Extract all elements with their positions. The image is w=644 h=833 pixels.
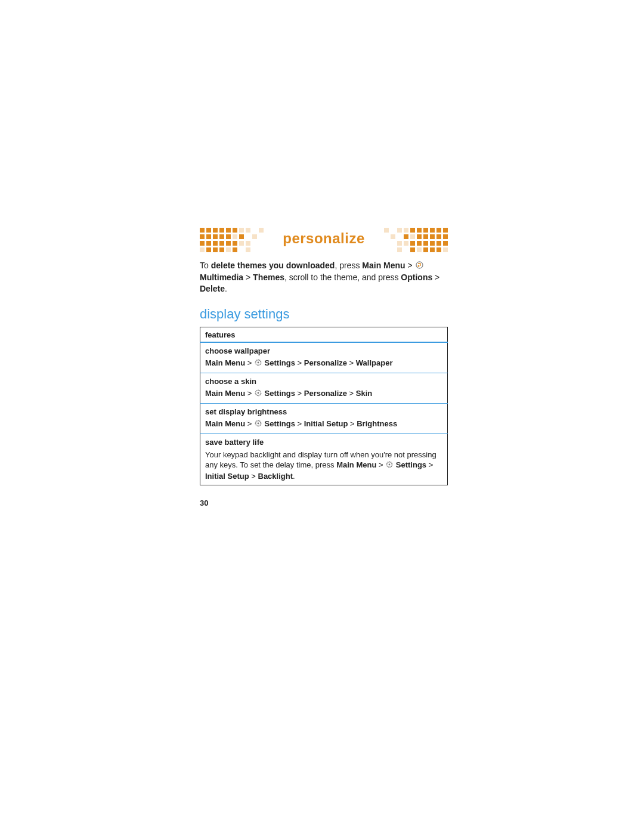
feature-body: Your keypad backlight and display turn o… [205, 450, 436, 481]
table-row: set display brightness Main Menu > Setti… [200, 403, 448, 433]
menu-label: Themes [253, 272, 284, 282]
separator: > [405, 261, 415, 270]
text: , press [335, 261, 362, 270]
svg-point-3 [258, 362, 259, 364]
menu-path: Main Menu > Settings > Personalize > Wal… [205, 358, 392, 367]
multimedia-icon [416, 261, 423, 272]
table-row: choose wallpaper Main Menu > Settings > … [200, 342, 448, 373]
gear-icon [255, 358, 262, 369]
text: To [200, 261, 211, 270]
text: , scroll to the theme, and press [284, 272, 401, 282]
menu-path: Main Menu > Settings > Initial Setup > B… [205, 419, 397, 428]
text-bold: delete themes you downloaded [211, 261, 335, 270]
table-row: save battery life Your keypad backlight … [200, 433, 448, 485]
chapter-title: personalize [200, 230, 448, 247]
feature-title: choose wallpaper [205, 346, 442, 357]
menu-label: Multimedia [200, 272, 243, 282]
gear-icon [255, 419, 262, 430]
chapter-banner: personalize [200, 228, 448, 252]
separator: > [243, 272, 253, 282]
table-row: choose a skin Main Menu > Settings > Per… [200, 373, 448, 403]
svg-point-7 [258, 423, 259, 425]
table-header: features [200, 327, 448, 342]
menu-label: Delete [200, 284, 225, 293]
text: . [225, 284, 227, 293]
gear-icon [386, 460, 393, 471]
feature-title: set display brightness [205, 407, 442, 417]
feature-title: choose a skin [205, 376, 442, 387]
gear-icon [255, 389, 262, 400]
svg-point-5 [258, 392, 259, 394]
menu-label: Main Menu [362, 261, 405, 270]
manual-page: personalize To delete themes you downloa… [200, 228, 448, 485]
page-number: 30 [200, 498, 208, 507]
menu-path: Main Menu > Settings > Personalize > Ski… [205, 389, 372, 398]
features-table: features choose wallpaper Main Menu > Se… [200, 327, 448, 485]
feature-title: save battery life [205, 437, 442, 448]
intro-paragraph: To delete themes you downloaded, press M… [200, 260, 448, 295]
section-heading: display settings [200, 306, 448, 322]
svg-point-9 [389, 464, 391, 466]
menu-label: Options [401, 272, 432, 282]
svg-point-0 [416, 262, 423, 268]
svg-point-1 [417, 265, 419, 267]
separator: > [432, 272, 439, 282]
